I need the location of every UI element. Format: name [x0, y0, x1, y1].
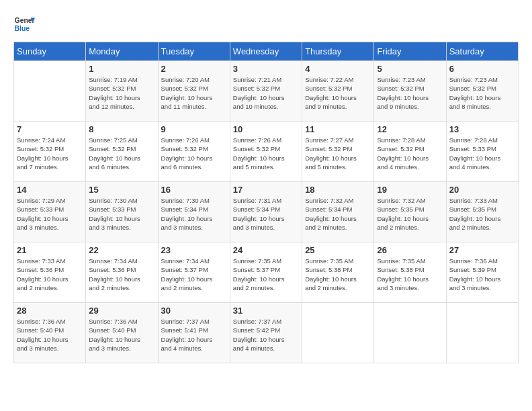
- day-number: 4: [305, 64, 371, 74]
- day-number: 27: [449, 245, 515, 255]
- day-number: 23: [161, 245, 227, 255]
- weekday-header-cell: Monday: [86, 42, 158, 61]
- day-number: 6: [449, 64, 515, 74]
- day-info: Sunrise: 7:37 AM Sunset: 5:41 PM Dayligh…: [161, 317, 227, 353]
- calendar-day-cell: 14Sunrise: 7:29 AM Sunset: 5:33 PM Dayli…: [14, 182, 86, 242]
- calendar-day-cell: 31Sunrise: 7:37 AM Sunset: 5:42 PM Dayli…: [230, 303, 302, 363]
- day-number: 3: [233, 64, 299, 74]
- day-number: 9: [161, 124, 227, 134]
- calendar-week-row: 28Sunrise: 7:36 AM Sunset: 5:40 PM Dayli…: [14, 303, 519, 363]
- day-info: Sunrise: 7:35 AM Sunset: 5:38 PM Dayligh…: [305, 257, 371, 292]
- calendar-day-cell: 30Sunrise: 7:37 AM Sunset: 5:41 PM Dayli…: [158, 303, 230, 363]
- day-number: 14: [17, 185, 83, 195]
- calendar-day-cell: 12Sunrise: 7:28 AM Sunset: 5:32 PM Dayli…: [374, 122, 446, 182]
- day-number: 15: [89, 185, 154, 195]
- calendar-day-cell: 9Sunrise: 7:26 AM Sunset: 5:32 PM Daylig…: [158, 122, 230, 182]
- calendar-day-cell: 1Sunrise: 7:19 AM Sunset: 5:32 PM Daylig…: [86, 61, 158, 122]
- day-number: 25: [305, 245, 371, 255]
- calendar-day-cell: 15Sunrise: 7:30 AM Sunset: 5:33 PM Dayli…: [86, 182, 158, 242]
- calendar-table: SundayMondayTuesdayWednesdayThursdayFrid…: [13, 42, 519, 363]
- day-info: Sunrise: 7:28 AM Sunset: 5:33 PM Dayligh…: [449, 136, 515, 171]
- calendar-day-cell: 24Sunrise: 7:35 AM Sunset: 5:37 PM Dayli…: [230, 242, 302, 303]
- calendar-day-cell: 10Sunrise: 7:26 AM Sunset: 5:32 PM Dayli…: [230, 122, 302, 182]
- calendar-day-cell: 11Sunrise: 7:27 AM Sunset: 5:32 PM Dayli…: [302, 122, 374, 182]
- calendar-week-row: 14Sunrise: 7:29 AM Sunset: 5:33 PM Dayli…: [14, 182, 519, 242]
- day-info: Sunrise: 7:32 AM Sunset: 5:34 PM Dayligh…: [305, 196, 371, 232]
- day-number: 8: [89, 124, 154, 134]
- day-info: Sunrise: 7:29 AM Sunset: 5:33 PM Dayligh…: [17, 196, 83, 232]
- weekday-header-cell: Saturday: [446, 42, 518, 61]
- calendar-day-cell: [374, 303, 446, 363]
- day-info: Sunrise: 7:34 AM Sunset: 5:37 PM Dayligh…: [161, 257, 227, 292]
- calendar-day-cell: 25Sunrise: 7:35 AM Sunset: 5:38 PM Dayli…: [302, 242, 374, 303]
- day-info: Sunrise: 7:33 AM Sunset: 5:36 PM Dayligh…: [17, 257, 83, 292]
- svg-text:Blue: Blue: [15, 25, 30, 32]
- day-number: 30: [161, 306, 227, 316]
- calendar-day-cell: [446, 303, 518, 363]
- day-number: 7: [17, 124, 83, 134]
- weekday-header-cell: Wednesday: [230, 42, 302, 61]
- calendar-week-row: 1Sunrise: 7:19 AM Sunset: 5:32 PM Daylig…: [14, 61, 519, 122]
- calendar-day-cell: 20Sunrise: 7:33 AM Sunset: 5:35 PM Dayli…: [446, 182, 518, 242]
- day-info: Sunrise: 7:37 AM Sunset: 5:42 PM Dayligh…: [233, 317, 299, 353]
- day-info: Sunrise: 7:20 AM Sunset: 5:32 PM Dayligh…: [161, 75, 227, 111]
- calendar-day-cell: 26Sunrise: 7:35 AM Sunset: 5:38 PM Dayli…: [374, 242, 446, 303]
- day-info: Sunrise: 7:19 AM Sunset: 5:32 PM Dayligh…: [89, 75, 154, 111]
- calendar-day-cell: 21Sunrise: 7:33 AM Sunset: 5:36 PM Dayli…: [14, 242, 86, 303]
- day-number: 2: [161, 64, 227, 74]
- calendar-week-row: 7Sunrise: 7:24 AM Sunset: 5:32 PM Daylig…: [14, 122, 519, 182]
- day-info: Sunrise: 7:35 AM Sunset: 5:38 PM Dayligh…: [377, 257, 443, 292]
- day-info: Sunrise: 7:27 AM Sunset: 5:32 PM Dayligh…: [305, 136, 371, 171]
- day-info: Sunrise: 7:36 AM Sunset: 5:39 PM Dayligh…: [449, 257, 515, 292]
- day-info: Sunrise: 7:30 AM Sunset: 5:34 PM Dayligh…: [161, 196, 227, 232]
- day-info: Sunrise: 7:24 AM Sunset: 5:32 PM Dayligh…: [17, 136, 83, 171]
- day-info: Sunrise: 7:26 AM Sunset: 5:32 PM Dayligh…: [233, 136, 299, 171]
- day-info: Sunrise: 7:25 AM Sunset: 5:32 PM Dayligh…: [89, 136, 154, 171]
- calendar-day-cell: 22Sunrise: 7:34 AM Sunset: 5:36 PM Dayli…: [86, 242, 158, 303]
- day-info: Sunrise: 7:21 AM Sunset: 5:32 PM Dayligh…: [233, 75, 299, 111]
- day-number: 5: [377, 64, 443, 74]
- day-info: Sunrise: 7:30 AM Sunset: 5:33 PM Dayligh…: [89, 196, 154, 232]
- logo: General Blue: [13, 13, 35, 35]
- day-info: Sunrise: 7:36 AM Sunset: 5:40 PM Dayligh…: [89, 317, 154, 353]
- day-number: 16: [161, 185, 227, 195]
- weekday-header-cell: Tuesday: [158, 42, 230, 61]
- day-number: 29: [89, 306, 154, 316]
- day-info: Sunrise: 7:28 AM Sunset: 5:32 PM Dayligh…: [377, 136, 443, 171]
- calendar-day-cell: 3Sunrise: 7:21 AM Sunset: 5:32 PM Daylig…: [230, 61, 302, 122]
- day-number: 20: [449, 185, 515, 195]
- calendar-day-cell: 5Sunrise: 7:23 AM Sunset: 5:32 PM Daylig…: [374, 61, 446, 122]
- calendar-week-row: 21Sunrise: 7:33 AM Sunset: 5:36 PM Dayli…: [14, 242, 519, 303]
- page-header: General Blue: [13, 13, 519, 35]
- day-number: 10: [233, 124, 299, 134]
- day-info: Sunrise: 7:33 AM Sunset: 5:35 PM Dayligh…: [449, 196, 515, 232]
- calendar-day-cell: 13Sunrise: 7:28 AM Sunset: 5:33 PM Dayli…: [446, 122, 518, 182]
- weekday-header-cell: Sunday: [14, 42, 86, 61]
- weekday-header-cell: Friday: [374, 42, 446, 61]
- calendar-day-cell: 6Sunrise: 7:23 AM Sunset: 5:32 PM Daylig…: [446, 61, 518, 122]
- calendar-day-cell: 7Sunrise: 7:24 AM Sunset: 5:32 PM Daylig…: [14, 122, 86, 182]
- calendar-day-cell: 27Sunrise: 7:36 AM Sunset: 5:39 PM Dayli…: [446, 242, 518, 303]
- day-number: 31: [233, 306, 299, 316]
- day-info: Sunrise: 7:34 AM Sunset: 5:36 PM Dayligh…: [89, 257, 154, 292]
- day-info: Sunrise: 7:31 AM Sunset: 5:34 PM Dayligh…: [233, 196, 299, 232]
- calendar-body: 1Sunrise: 7:19 AM Sunset: 5:32 PM Daylig…: [14, 61, 519, 363]
- day-number: 13: [449, 124, 515, 134]
- day-number: 28: [17, 306, 83, 316]
- calendar-day-cell: 16Sunrise: 7:30 AM Sunset: 5:34 PM Dayli…: [158, 182, 230, 242]
- day-info: Sunrise: 7:23 AM Sunset: 5:32 PM Dayligh…: [377, 75, 443, 111]
- day-info: Sunrise: 7:32 AM Sunset: 5:35 PM Dayligh…: [377, 196, 443, 232]
- day-info: Sunrise: 7:26 AM Sunset: 5:32 PM Dayligh…: [161, 136, 227, 171]
- day-number: 24: [233, 245, 299, 255]
- calendar-day-cell: 29Sunrise: 7:36 AM Sunset: 5:40 PM Dayli…: [86, 303, 158, 363]
- day-number: 19: [377, 185, 443, 195]
- calendar-day-cell: 8Sunrise: 7:25 AM Sunset: 5:32 PM Daylig…: [86, 122, 158, 182]
- logo-icon: General Blue: [13, 13, 35, 35]
- calendar-day-cell: 23Sunrise: 7:34 AM Sunset: 5:37 PM Dayli…: [158, 242, 230, 303]
- calendar-day-cell: [14, 61, 86, 122]
- calendar-day-cell: 18Sunrise: 7:32 AM Sunset: 5:34 PM Dayli…: [302, 182, 374, 242]
- day-number: 1: [89, 64, 154, 74]
- calendar-day-cell: 2Sunrise: 7:20 AM Sunset: 5:32 PM Daylig…: [158, 61, 230, 122]
- day-info: Sunrise: 7:23 AM Sunset: 5:32 PM Dayligh…: [449, 75, 515, 111]
- day-number: 21: [17, 245, 83, 255]
